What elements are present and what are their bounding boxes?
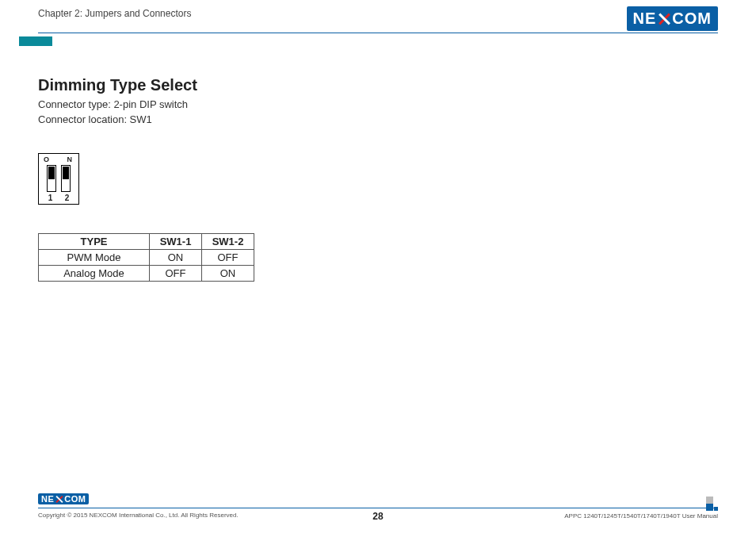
connector-type: Connector type: 2-pin DIP switch — [38, 98, 756, 113]
page-footer: NE COM Copyright © 2015 NEXCOM Internati… — [38, 508, 718, 519]
logo-x-icon — [658, 13, 670, 25]
logo-text-left: NE — [633, 10, 657, 28]
th-type: TYPE — [39, 233, 150, 249]
cell-type: PWM Mode — [39, 249, 150, 265]
dip-slot-2 — [61, 165, 71, 192]
cell-sw11: OFF — [150, 265, 202, 281]
footer-squares-icon — [706, 497, 718, 511]
document-name: APPC 1240T/1245T/1540T/1740T/1940T User … — [564, 512, 718, 520]
dip-on-o: O — [44, 155, 51, 163]
settings-table: TYPE SW1-1 SW1-2 PWM Mode ON OFF Analog … — [38, 233, 254, 282]
footer-divider — [38, 508, 718, 508]
header-divider — [38, 33, 718, 33]
cell-type: Analog Mode — [39, 265, 150, 281]
footer-logo: NE COM — [38, 493, 89, 504]
footer-logo-right: COM — [64, 494, 86, 504]
side-tab-accent — [19, 36, 52, 46]
footer-logo-left: NE — [41, 494, 54, 504]
table-header-row: TYPE SW1-1 SW1-2 — [39, 233, 254, 249]
dip-label-2: 2 — [65, 194, 70, 202]
brand-logo: NE COM — [627, 6, 718, 31]
cell-sw11: ON — [150, 249, 202, 265]
th-sw1-2: SW1-2 — [202, 233, 254, 249]
dip-slider-2 — [63, 167, 69, 179]
dip-slot-1 — [47, 165, 56, 192]
dip-label-1: 1 — [48, 194, 53, 202]
section-title: Dimming Type Select — [38, 76, 756, 94]
table-row: PWM Mode ON OFF — [39, 249, 254, 265]
dip-slider-1 — [48, 167, 55, 179]
cell-sw12: OFF — [202, 249, 254, 265]
chapter-label: Chapter 2: Jumpers and Connectors — [38, 8, 718, 19]
dip-on-n: N — [67, 155, 74, 163]
cell-sw12: ON — [202, 265, 254, 281]
logo-text-right: COM — [672, 10, 712, 28]
table-row: Analog Mode OFF ON — [39, 265, 254, 281]
connector-location: Connector location: SW1 — [38, 113, 756, 128]
th-sw1-1: SW1-1 — [150, 233, 202, 249]
dip-switch-diagram: O N 1 2 — [38, 153, 79, 205]
footer-logo-x-icon — [55, 496, 63, 503]
